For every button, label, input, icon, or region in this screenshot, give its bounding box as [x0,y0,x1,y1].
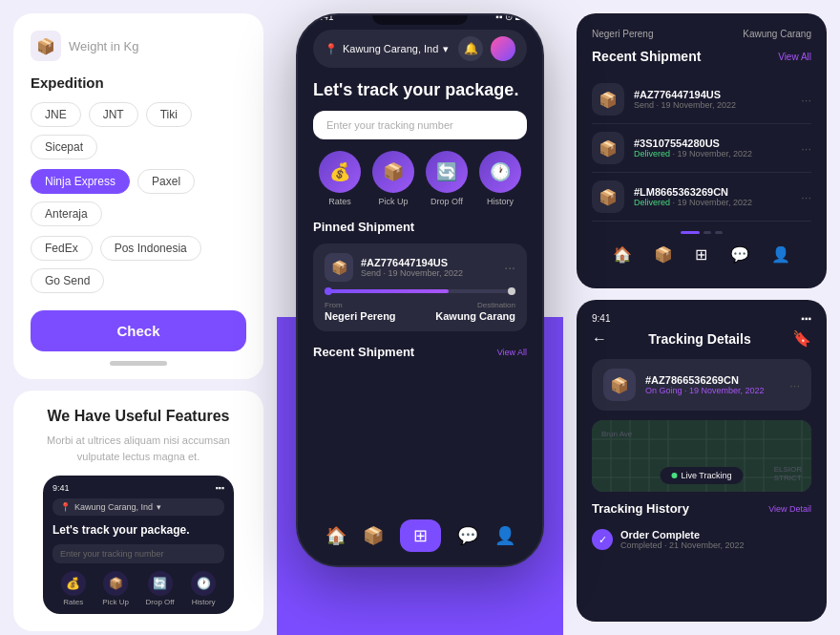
route-from: From Negeri Pereng [325,301,396,322]
history-info: Order Complete Completed · 21 November, … [620,529,745,550]
chip-pos[interactable]: Pos Indonesia [100,236,201,261]
pinned-shipment-left: 📦 #AZ776447194US Send · 19 November, 202… [325,253,463,282]
chip-tiki[interactable]: Tiki [146,102,192,127]
tracking-header: ← Tracking Details 🔖 [592,329,811,348]
chip-paxel[interactable]: Paxel [137,169,195,194]
check-button[interactable]: Check [31,310,246,351]
s-id-2: #3S107554280US [634,138,752,149]
mini-phone: 9:41 ▪▪▪ 📍 Kawung Carang, Ind ▾ Let's tr… [43,476,234,614]
nav-profile[interactable]: 👤 [494,525,515,546]
chip-fedex[interactable]: FedEx [31,236,93,261]
avatar-button[interactable] [491,36,515,61]
mini-service-pickup: 📦 Pick Up [102,571,129,606]
tracking-time: 9:41 [592,313,610,324]
top-location-text: Negeri Pereng [592,29,653,39]
s-more-2[interactable]: ··· [801,141,811,156]
pinned-shipment-meta: Send · 19 November, 2022 [361,268,463,278]
mini-icons: ▪▪▪ [215,483,224,493]
chip-jne[interactable]: JNE [31,102,81,127]
chip-jnt[interactable]: JNT [89,102,138,127]
dark-nav-shipments[interactable]: 📦 [654,245,673,264]
pagination-dots [592,231,811,234]
chip-anteraja[interactable]: Anteraja [31,201,102,226]
mini-time: 9:41 [52,483,70,493]
s-left-3: 📦 #LM8665363269CN Delivered · 19 Novembe… [592,180,752,213]
check-circle-icon: ✓ [592,529,613,550]
dot-inactive-1 [704,231,711,234]
mini-pickup-label: Pick Up [102,598,129,606]
main-phone: 9:41 ▪▪ ⊙ ▬ 📍 Kawung Carang, Ind ▾ 🔔 Let… [296,13,544,567]
phone-signal-icons: ▪▪ ⊙ ▬ [495,13,525,22]
nav-messages[interactable]: 💬 [457,525,478,546]
service-pickup[interactable]: 📦 Pick Up [372,151,414,206]
nav-shipments[interactable]: 📦 [363,525,384,546]
recent-shipment-card: Negeri Pereng Kawung Carang Recent Shipm… [577,13,827,288]
bottom-pill [110,361,167,366]
nav-home[interactable]: 🏠 [326,525,346,546]
weight-label: Weight in Kg [69,39,138,53]
chip-ninja[interactable]: Ninja Express [31,169,130,194]
route-row: From Negeri Pereng Destination Kawung Ca… [325,301,515,322]
mini-rates-icon: 💰 [61,571,86,596]
s-more-1[interactable]: ··· [801,93,811,107]
mini-dropoff-label: Drop Off [146,598,175,606]
live-tracking-badge[interactable]: Live Tracking [660,467,743,484]
tracking-back-button[interactable]: ← [592,330,607,348]
mini-rates-label: Rates [63,598,83,606]
s-meta-3: Delivered · 19 November, 2022 [634,198,752,207]
service-dropoff[interactable]: 🔄 Drop Off [426,151,468,206]
features-title: We Have Useful Features [31,408,246,425]
location-icons: 🔔 [458,36,515,61]
dark-bottom-nav: 🏠 📦 ⊞ 💬 👤 [592,236,811,273]
pinned-shipment-row: 📦 #AZ776447194US Send · 19 November, 202… [325,253,515,282]
history-icon: 🕐 [479,151,521,193]
dot-inactive-2 [715,231,723,234]
service-history[interactable]: 🕐 History [479,151,521,206]
t-more-button[interactable]: ··· [789,378,800,392]
dark-nav-scan[interactable]: ⊞ [695,245,707,264]
chip-group-row2: Ninja Express Paxel Anteraja [31,169,246,226]
to-city: Kawung Carang [435,310,515,322]
service-rates[interactable]: 💰 Rates [319,151,361,206]
route-to: Destination Kawung Carang [435,301,515,322]
dark-nav-messages[interactable]: 💬 [730,245,749,264]
features-desc: Morbi at ultrices aliquam nisi accumsan … [31,433,246,464]
location-bar[interactable]: 📍 Kawung Carang, Ind ▾ 🔔 [313,30,527,68]
mini-location-text: Kawung Carang, Ind [74,502,153,512]
progress-dot-start [325,287,332,295]
pinned-date: 19 November, 2022 [388,268,464,278]
history-meta-date: 21 November, 2022 [669,540,745,550]
hero-text: Let's track your package. [313,79,527,101]
chip-sicepat[interactable]: Sicepat [31,135,97,159]
shipment-item-1: 📦 #AZ776447194US Send · 19 November, 202… [592,75,811,124]
nav-scan[interactable]: ⊞ [400,519,441,552]
pinned-more-button[interactable]: ··· [504,260,515,275]
mini-services-row: 💰 Rates 📦 Pick Up 🔄 Drop Off 🕐 History [52,571,224,606]
dot-active [681,231,700,234]
t-shipment-status: On Going · 19 November, 2022 [645,386,765,395]
view-detail-link[interactable]: View Detail [768,504,811,514]
mini-service-dropoff: 🔄 Drop Off [146,571,175,606]
rates-icon: 💰 [319,151,361,193]
chip-gosend[interactable]: Go Send [31,268,104,293]
s-date-2: 19 November, 2022 [678,149,753,159]
destination-label: Destination [435,301,515,309]
tracking-signals: ▪▪▪ [801,313,811,324]
expedition-title: Expedition [31,74,246,91]
tracking-input[interactable]: Enter your tracking number [313,111,527,139]
pinned-card: 📦 #AZ776447194US Send · 19 November, 202… [313,243,527,331]
pinned-section-title: Pinned Shipment [313,220,414,234]
s-meta-1: Send · 19 November, 2022 [634,100,736,110]
pinned-section-header: Pinned Shipment [313,220,527,234]
shipment-item-2: 📦 #3S107554280US Delivered · 19 November… [592,124,811,173]
dark-nav-profile[interactable]: 👤 [771,245,790,264]
left-column: 📦 Weight in Kg Expedition JNE JNT Tiki S… [0,0,277,635]
view-all-link[interactable]: View All [497,348,527,357]
s-more-3[interactable]: ··· [801,190,811,204]
right-column: Negeri Pereng Kawung Carang Recent Shipm… [563,0,840,635]
pickup-label: Pick Up [378,197,408,206]
view-all-button[interactable]: View All [778,52,811,62]
notification-button[interactable]: 🔔 [458,36,483,61]
dark-nav-home[interactable]: 🏠 [613,245,632,264]
bookmark-button[interactable]: 🔖 [792,329,811,348]
